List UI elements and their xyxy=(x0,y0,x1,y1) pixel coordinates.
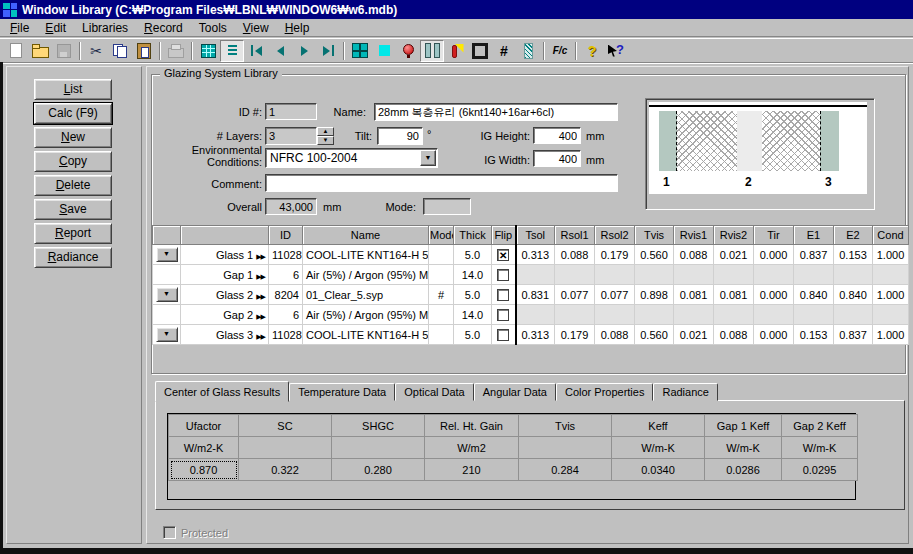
sidebar-button-copy[interactable]: Copy xyxy=(34,151,112,172)
result-value-keff[interactable]: 0.0340 xyxy=(612,459,705,481)
row-detail-arrows-icon[interactable]: ▶▶ xyxy=(256,313,265,320)
tab-optical-data[interactable]: Optical Data xyxy=(395,383,474,401)
layer-rsol2-cell[interactable]: 0.077 xyxy=(595,285,635,305)
save-button[interactable] xyxy=(52,40,76,62)
spin-up-button[interactable]: ▲ xyxy=(317,127,334,136)
copy-button[interactable] xyxy=(108,40,132,62)
layer-rvis1-cell[interactable]: 0.021 xyxy=(674,325,714,345)
name-field[interactable] xyxy=(374,103,618,121)
layer-tsol-cell[interactable]: 0.313 xyxy=(516,245,555,265)
sidebar-button-delete[interactable]: Delete xyxy=(34,175,112,196)
ig-height-field[interactable] xyxy=(533,127,581,144)
sidebar-button-list[interactable]: List xyxy=(34,79,112,100)
layer-thick-cell[interactable]: 5.0 xyxy=(454,325,492,345)
sidebar-button-calc-f9[interactable]: Calc (F9) xyxy=(34,103,112,124)
sidebar-button-report[interactable]: Report xyxy=(34,223,112,244)
layer-id-cell[interactable]: 6 xyxy=(269,265,303,285)
new-file-button[interactable] xyxy=(4,40,28,62)
sidebar-button-new[interactable]: New xyxy=(34,127,112,148)
tab-color-properties[interactable]: Color Properties xyxy=(556,383,653,401)
result-value-shgc[interactable]: 0.280 xyxy=(332,459,425,481)
open-file-button[interactable] xyxy=(28,40,52,62)
layer-rsol2-cell[interactable]: 0.088 xyxy=(595,325,635,345)
protected-checkbox[interactable] xyxy=(163,526,176,539)
spin-down-button[interactable]: ▼ xyxy=(317,136,334,145)
menu-file[interactable]: File xyxy=(2,19,37,37)
divider-library-button[interactable]: # xyxy=(492,40,516,62)
row-detail-arrows-icon[interactable]: ▶▶ xyxy=(256,273,265,280)
layer-mode-cell[interactable] xyxy=(429,325,454,345)
combo-dropdown-icon[interactable]: ▼ xyxy=(420,150,436,166)
menu-edit[interactable]: Edit xyxy=(37,19,74,37)
menu-libraries[interactable]: Libraries xyxy=(74,19,136,37)
result-value-tvis[interactable]: 0.284 xyxy=(519,459,612,481)
previous-record-button[interactable] xyxy=(268,40,292,62)
layer-rvis2-cell[interactable]: 0.021 xyxy=(714,245,754,265)
window-library-button[interactable] xyxy=(348,40,372,62)
glass-library-button[interactable] xyxy=(372,40,396,62)
layer-mode-cell[interactable] xyxy=(429,305,454,325)
mode-field[interactable] xyxy=(423,198,471,215)
menu-record[interactable]: Record xyxy=(136,19,191,37)
overall-field[interactable] xyxy=(265,198,317,215)
list-view-button[interactable] xyxy=(196,40,220,62)
layer-rsol2-cell[interactable]: 0.179 xyxy=(595,245,635,265)
glazing-system-library-button[interactable] xyxy=(420,40,444,62)
layer-rsol1-cell[interactable]: 0.179 xyxy=(555,325,595,345)
menu-view[interactable]: View xyxy=(235,19,277,37)
layer-e1-cell[interactable]: 0.153 xyxy=(794,325,834,345)
layer-thick-cell[interactable]: 14.0 xyxy=(454,305,492,325)
layer-cond-cell[interactable]: 1.000 xyxy=(873,285,909,305)
result-value-ufactor[interactable]: 0.870 xyxy=(169,459,239,481)
frame-library-button[interactable] xyxy=(468,40,492,62)
first-record-button[interactable] xyxy=(244,40,268,62)
layer-name-cell[interactable]: COOL-LITE KNT164-H 5 xyxy=(303,325,429,345)
glass-dropdown-button[interactable]: ▼ xyxy=(156,287,178,302)
layer-name-cell[interactable]: Air (5%) / Argon (95%) M xyxy=(303,265,429,285)
layer-tvis-cell[interactable]: 0.560 xyxy=(635,325,674,345)
flip-checkbox[interactable] xyxy=(497,309,509,321)
layer-rvis1-cell[interactable]: 0.088 xyxy=(674,245,714,265)
layer-rsol1-cell[interactable]: 0.088 xyxy=(555,245,595,265)
layer-e2-cell[interactable]: 0.837 xyxy=(834,325,873,345)
tab-radiance[interactable]: Radiance xyxy=(653,383,717,401)
layer-rvis2-cell[interactable]: 0.081 xyxy=(714,285,754,305)
layer-thick-cell[interactable]: 14.0 xyxy=(454,265,492,285)
last-record-button[interactable] xyxy=(316,40,340,62)
layers-field[interactable] xyxy=(265,127,317,145)
next-record-button[interactable] xyxy=(292,40,316,62)
context-help-button[interactable]: ? xyxy=(604,40,628,62)
tab-angular-data[interactable]: Angular Data xyxy=(474,383,556,401)
flip-checkbox[interactable]: ✕ xyxy=(497,249,509,261)
layer-tvis-cell[interactable]: 0.898 xyxy=(635,285,674,305)
layer-id-cell[interactable]: 6 xyxy=(269,305,303,325)
layer-mode-cell[interactable] xyxy=(429,265,454,285)
shading-library-button[interactable] xyxy=(516,40,540,62)
tab-center-of-glass-results[interactable]: Center of Glass Results xyxy=(155,381,289,402)
sidebar-button-radiance[interactable]: Radiance xyxy=(34,247,112,268)
result-value-rel-ht-gain[interactable]: 210 xyxy=(425,459,519,481)
layer-e1-cell[interactable]: 0.837 xyxy=(794,245,834,265)
layer-tir-cell[interactable]: 0.000 xyxy=(754,245,794,265)
tilt-field[interactable] xyxy=(377,127,423,145)
menu-tools[interactable]: Tools xyxy=(191,19,235,37)
row-detail-arrows-icon[interactable]: ▶▶ xyxy=(256,333,265,340)
layer-cond-cell[interactable]: 1.000 xyxy=(873,245,909,265)
id-field[interactable] xyxy=(265,103,317,120)
menu-help[interactable]: Help xyxy=(277,19,318,37)
layer-mode-cell[interactable]: # xyxy=(429,285,454,305)
result-value-gap-1-keff[interactable]: 0.0286 xyxy=(705,459,782,481)
layer-id-cell[interactable]: 8204 xyxy=(269,285,303,305)
layer-thick-cell[interactable]: 5.0 xyxy=(454,245,492,265)
layer-mode-cell[interactable] xyxy=(429,245,454,265)
environmental-conditions-select[interactable]: NFRC 100-2004 ▼ xyxy=(265,148,438,168)
layer-rvis1-cell[interactable]: 0.081 xyxy=(674,285,714,305)
layer-cond-cell[interactable]: 1.000 xyxy=(873,325,909,345)
ig-width-field[interactable] xyxy=(533,150,581,167)
layer-name-cell[interactable]: Air (5%) / Argon (95%) M xyxy=(303,305,429,325)
flip-checkbox[interactable] xyxy=(497,329,509,341)
layer-tir-cell[interactable]: 0.000 xyxy=(754,325,794,345)
print-button[interactable] xyxy=(164,40,188,62)
cut-button[interactable]: ✂ xyxy=(84,40,108,62)
sidebar-button-save[interactable]: Save xyxy=(34,199,112,220)
